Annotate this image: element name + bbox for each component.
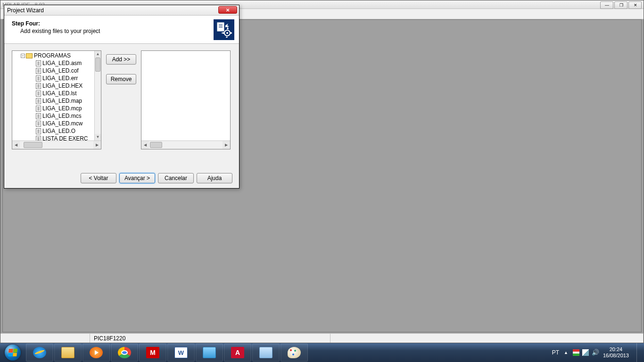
project-wizard-dialog: Project Wizard ✕ Step Four: Add existing… (4, 5, 239, 189)
windows-logo-icon (5, 345, 21, 361)
tree-file[interactable]: LIGA_LED.mcs (42, 112, 82, 120)
ide-close-button[interactable]: ✕ (628, 1, 642, 9)
step-label: Step Four: (12, 20, 231, 27)
start-button[interactable] (0, 343, 25, 362)
scroll-right-icon[interactable]: ▶ (223, 141, 230, 149)
taskbar: M W A PT ▲ 🔊 20:24 16/08/2013 (0, 343, 644, 362)
scroll-thumb[interactable] (95, 58, 100, 72)
scroll-up-icon[interactable]: ▲ (95, 51, 101, 58)
tree-horizontal-scrollbar[interactable]: ◀ ▶ (12, 140, 101, 149)
file-icon (36, 98, 41, 104)
volume-icon[interactable]: 🔊 (592, 349, 598, 356)
scroll-left-icon[interactable]: ◀ (12, 141, 20, 149)
folder-icon (61, 347, 74, 358)
cancel-button[interactable]: Cancelar (158, 173, 194, 183)
scroll-down-icon[interactable]: ▼ (95, 134, 101, 140)
taskbar-photoviewer[interactable] (196, 344, 223, 362)
word-icon: W (174, 347, 188, 358)
notepad-icon (259, 347, 272, 358)
file-icon (36, 68, 41, 74)
media-player-icon (90, 347, 103, 358)
file-icon (36, 90, 41, 97)
taskbar-ie[interactable] (26, 344, 53, 362)
tree-folder[interactable]: PROGRAMAS (34, 52, 71, 59)
tree-file[interactable]: LIGA_LED.O (42, 127, 75, 135)
file-icon (36, 60, 41, 66)
ide-statusbar: PIC18F1220 (0, 333, 644, 343)
network-icon[interactable] (582, 349, 589, 356)
svg-rect-0 (217, 23, 224, 31)
tree-file[interactable]: LIGA_LED.HEX (42, 82, 83, 90)
source-file-tree[interactable]: − PROGRAMAS LIGA_LED.asm LIGA_LED.cof LI… (12, 50, 101, 149)
show-desktop-button[interactable] (636, 343, 641, 362)
remove-button[interactable]: Remove (106, 74, 136, 84)
svg-point-5 (226, 32, 228, 34)
dialog-header: Step Four: Add existing files to your pr… (4, 16, 239, 44)
tree-file[interactable]: LIGA_LED.err (42, 74, 78, 82)
help-button[interactable]: Ajuda (197, 173, 232, 183)
language-indicator[interactable]: PT (552, 349, 559, 356)
step-subtitle: Add existing files to your project (20, 28, 231, 34)
tree-file[interactable]: LIGA_LED.mcw (42, 120, 83, 127)
tree-file[interactable]: LIGA_LED.mcp (42, 105, 82, 112)
adobe-icon: A (231, 347, 244, 358)
file-icon (36, 83, 41, 89)
clock-date: 16/08/2013 (603, 353, 629, 359)
add-button[interactable]: Add >> (106, 54, 136, 65)
ie-icon (33, 347, 46, 358)
list-horizontal-scrollbar[interactable]: ◀ ▶ (141, 140, 230, 149)
system-tray: PT ▲ 🔊 20:24 16/08/2013 (552, 343, 644, 362)
file-icon (36, 113, 41, 119)
tree-file[interactable]: LIGA_LED.asm (42, 59, 82, 67)
wizard-icon (214, 19, 234, 40)
taskbar-chrome[interactable] (111, 344, 138, 362)
flag-icon[interactable] (573, 349, 579, 356)
file-icon (36, 136, 41, 141)
taskbar-explorer[interactable] (54, 344, 82, 362)
clock[interactable]: 20:24 16/08/2013 (603, 346, 629, 359)
folder-icon (26, 53, 33, 58)
file-icon (36, 128, 41, 134)
back-button[interactable]: < Voltar (81, 173, 116, 183)
image-icon (203, 347, 216, 358)
taskbar-adobe[interactable]: A (224, 344, 251, 362)
tree-file[interactable]: LISTA DE EXERC (42, 135, 88, 140)
tree-file[interactable]: LIGA_LED.map (42, 97, 82, 105)
dialog-titlebar[interactable]: Project Wizard ✕ (4, 5, 239, 16)
paint-icon (288, 347, 301, 358)
file-icon (36, 75, 41, 82)
tree-file[interactable]: LIGA_LED.lst (42, 90, 77, 97)
next-button[interactable]: Avançar > (119, 173, 155, 183)
tree-collapse-icon[interactable]: − (21, 54, 25, 58)
taskbar-mediaplayer[interactable] (83, 344, 110, 362)
taskbar-word[interactable]: W (167, 344, 195, 362)
scroll-right-icon[interactable]: ▶ (93, 141, 101, 149)
ide-maximize-button[interactable]: ❐ (614, 1, 627, 9)
tree-file[interactable]: LIGA_LED.cof (42, 67, 79, 74)
taskbar-paint[interactable] (281, 344, 308, 362)
scroll-thumb[interactable] (150, 142, 162, 148)
selected-files-list[interactable]: ◀ ▶ (141, 50, 231, 149)
mplab-icon: M (146, 347, 159, 358)
ide-minimize-button[interactable]: — (600, 1, 613, 9)
status-device: PIC18F1220 (90, 334, 330, 343)
file-icon (36, 106, 41, 112)
scroll-thumb[interactable] (24, 142, 42, 148)
dialog-close-button[interactable]: ✕ (218, 6, 237, 14)
scroll-left-icon[interactable]: ◀ (141, 141, 149, 149)
dialog-title: Project Wizard (7, 7, 44, 14)
file-icon (36, 121, 41, 127)
taskbar-mplab[interactable]: M (139, 344, 166, 362)
taskbar-notepad[interactable] (252, 344, 280, 362)
tree-vertical-scrollbar[interactable]: ▲ ▼ (94, 51, 101, 140)
chrome-icon (118, 347, 131, 358)
tray-chevron-icon[interactable]: ▲ (564, 350, 568, 355)
clock-time: 20:24 (603, 346, 629, 353)
